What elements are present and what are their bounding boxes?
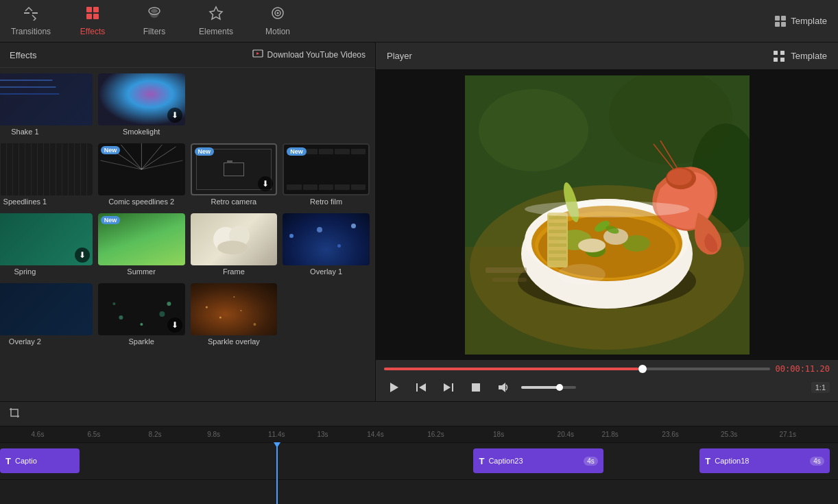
svg-point-38 [253,323,256,326]
download-btn-label: Download YouTube Videos [267,50,366,60]
timeline-content: 4.6s 6.5s 8.2s 9.8s 11.4s 13s 14.4s 16.2… [0,427,838,504]
new-badge-retrocam: New [195,147,215,156]
caption23-duration: 4s [584,457,598,466]
crop-tool-button[interactable] [8,407,21,422]
filters-icon [147,5,162,24]
tick-13: 27.1s [779,431,795,438]
tick-7: 16.2s [427,431,444,438]
caption-clip-1[interactable]: T Captio [0,448,80,473]
tick-1: 6.5s [87,431,100,438]
effect-frame-label: Frame [191,265,278,278]
nav-elements[interactable]: Elements [185,0,247,43]
clip-icon-18: T [705,456,710,466]
tick-5: 13s [317,431,328,438]
caption-clip-18[interactable]: T Caption18 4s [699,448,829,473]
svg-marker-8 [210,7,222,19]
effect-summer[interactable]: New Summer [98,213,185,278]
svg-point-32 [140,323,143,326]
effect-summer-label: Summer [98,265,185,278]
elements-label: Elements [199,27,233,36]
effect-overlay2[interactable]: Overlay 2 [0,283,93,348]
svg-rect-70 [549,237,566,240]
controls-row: 1:1 [384,378,830,397]
elements-icon [208,5,224,24]
timeline-toolbar [0,402,838,427]
nav-motion[interactable]: Motion [247,0,309,43]
timeline-right: 4.6s 6.5s 8.2s 9.8s 11.4s 13s 14.4s 16.2… [0,427,838,504]
track-row-1: T Captio T Caption23 4s T Caption18 4s [0,443,838,480]
player-controls: 00:00:11.20 [376,360,838,401]
prev-button[interactable] [411,378,431,397]
effect-overlay2-label: Overlay 2 [0,335,93,348]
nav-filters[interactable]: Filters [123,0,185,43]
template-button[interactable]: Template [774,15,838,27]
svg-marker-81 [390,383,398,392]
effect-sparkle[interactable]: ⬇ Sparkle [98,283,185,348]
effect-shake1-label: Shake 1 [0,125,93,138]
effect-overlay1[interactable]: Overlay 1 [283,213,370,278]
svg-marker-87 [499,383,505,392]
svg-rect-68 [549,223,566,226]
effect-comic2-label: Comic speedlines 2 [98,195,185,208]
svg-rect-82 [416,383,418,392]
svg-rect-69 [549,230,566,233]
player-title: Player [387,51,412,61]
download-youtube-button[interactable]: Download YouTube Videos [252,49,366,60]
svg-rect-79 [486,267,527,273]
svg-rect-41 [774,51,778,55]
effect-retrocam[interactable]: New ⬇ Retro camera [191,143,278,208]
effect-spring[interactable]: ⬇ Spring [0,213,93,278]
nav-transitions[interactable]: Transitions [0,0,62,43]
top-navigation: Transitions Effects Filters [0,0,838,43]
effect-smokelight[interactable]: ⬇ Smokelight [98,73,185,138]
effect-frame[interactable]: Frame [191,213,278,278]
caption-clip-23[interactable]: T Caption23 4s [473,448,603,473]
player-panel: Player Template [376,43,838,401]
spring-download-icon[interactable]: ⬇ [75,248,90,263]
player-header: Player Template [376,43,838,70]
effect-retrofilm[interactable]: New Retro [283,143,370,208]
volume-button[interactable] [494,378,513,397]
transitions-icon [23,5,38,24]
ratio-badge: 1:1 [811,382,830,393]
sparkle-download-icon[interactable]: ⬇ [167,317,182,333]
volume-slider[interactable] [521,386,576,389]
panel-title: Effects [10,50,37,60]
svg-marker-17 [256,52,259,55]
transitions-label: Transitions [11,27,51,36]
clip-icon-23: T [479,456,484,466]
effect-retrofilm-label: Retro film [283,195,370,208]
svg-rect-12 [775,16,780,21]
svg-point-46 [479,89,588,171]
svg-point-34 [112,302,115,305]
effect-shake1[interactable]: Shake 1 [0,73,93,138]
panel-header: Effects Download YouTube Videos [0,43,375,68]
effect-sparkleoverlay[interactable]: Sparkle overlay [191,283,278,348]
effect-speedlines1[interactable]: Speedlines 1 [0,143,93,208]
nav-effects[interactable]: Effects [62,0,123,43]
svg-rect-86 [472,383,480,392]
svg-point-61 [578,239,606,252]
template-nav-label[interactable]: Template [791,51,827,61]
caption18-label: Caption18 [715,457,749,465]
tick-4: 11.4s [268,431,285,438]
stop-button[interactable] [466,378,486,397]
tick-3: 9.8s [207,431,220,438]
svg-marker-83 [419,383,426,392]
playhead[interactable] [276,443,278,504]
next-button[interactable] [439,378,458,397]
svg-rect-14 [775,22,780,27]
svg-rect-15 [781,22,786,27]
progress-bar[interactable] [384,368,770,370]
svg-point-30 [217,241,248,254]
svg-rect-80 [492,278,527,282]
tick-6: 14.4s [367,431,383,438]
effects-icon [85,5,100,24]
effect-comic2[interactable]: New Comic speedlines 2 [98,143,185,208]
svg-rect-73 [549,257,566,261]
smokelight-download-icon[interactable]: ⬇ [167,108,182,123]
play-button[interactable] [384,378,403,397]
main-area: Effects Download YouTube Videos [0,43,838,401]
svg-point-33 [159,311,165,317]
caption23-label: Caption23 [488,457,523,465]
